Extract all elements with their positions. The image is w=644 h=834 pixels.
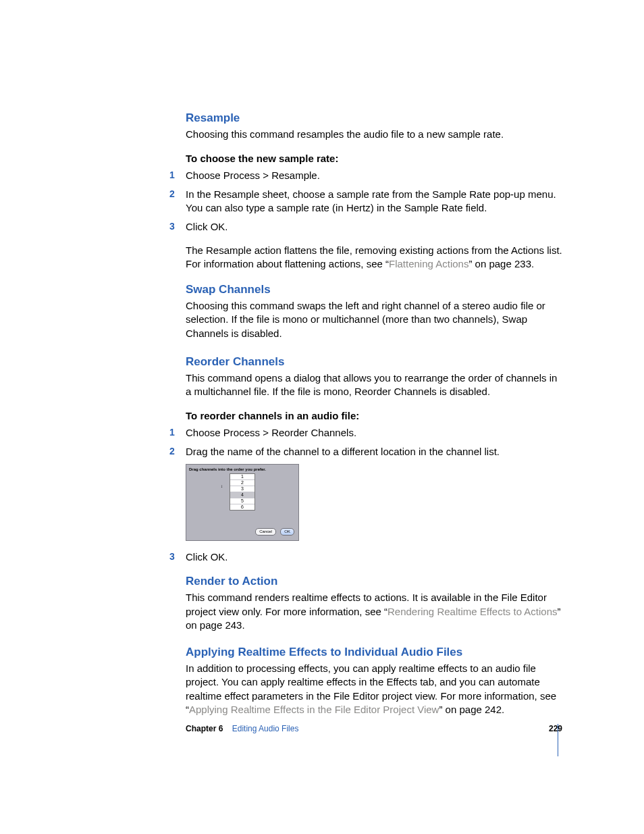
footer-left: Chapter 6 Editing Audio Files (186, 724, 298, 733)
channel-row-3[interactable]: 3 (230, 486, 254, 492)
heading-resample: Resample (186, 111, 564, 125)
channel-row-2[interactable]: 2 (230, 480, 254, 486)
link-rendering-realtime-effects[interactable]: Rendering Realtime Effects to Actions (387, 606, 558, 617)
channel-row-5[interactable]: 5 (230, 498, 254, 504)
reorder-step-3-text: Click OK. (186, 550, 564, 564)
heading-render-to-action: Render to Action (186, 575, 564, 588)
heading-swap-channels: Swap Channels (186, 283, 564, 296)
drag-cursor-icon: ↕ (221, 484, 223, 488)
link-flattening-actions[interactable]: Flattening Actions (389, 258, 468, 269)
resample-intro: Choosing this command resamples the audi… (186, 128, 564, 141)
reorder-dialog: Drag channels into the order you prefer.… (186, 464, 299, 541)
channel-row-1[interactable]: 1 (230, 474, 254, 480)
heading-reorder-channels: Reorder Channels (186, 355, 564, 369)
footer-chapter-title: Editing Audio Files (232, 724, 299, 733)
applying-body-suffix: ” on page 242. (439, 704, 504, 715)
link-applying-realtime-effects[interactable]: Applying Realtime Effects in the File Ed… (189, 704, 439, 715)
resample-note-suffix: ” on page 233. (468, 258, 534, 269)
resample-note: The Resample action flattens the file, r… (186, 244, 564, 271)
resample-step-1-text: Choose Process > Resample. (186, 169, 564, 182)
applying-body: In addition to processing effects, you c… (186, 662, 564, 716)
channel-row-6[interactable]: 6 (230, 504, 254, 510)
footer-chapter-label: Chapter 6 (186, 724, 223, 733)
render-body: This command renders realtime effects to… (186, 591, 564, 632)
swap-body: Choosing this command swaps the left and… (186, 299, 564, 340)
reorder-step-1-text: Choose Process > Reorder Channels. (186, 426, 564, 440)
resample-step-3-text: Click OK. (186, 220, 564, 234)
reorder-step-1: Choose Process > Reorder Channels. (176, 426, 564, 440)
resample-step-2-text: In the Resample sheet, choose a sample r… (186, 188, 564, 215)
reorder-task-heading: To reorder channels in an audio file: (186, 409, 564, 423)
footer-vertical-rule (558, 724, 558, 756)
reorder-body: This command opens a dialog that allows … (186, 371, 564, 399)
resample-step-3: Click OK. (176, 220, 564, 234)
reorder-steps-a: Choose Process > Reorder Channels. Drag … (186, 426, 564, 459)
resample-steps: Choose Process > Resample. In the Resamp… (186, 169, 564, 234)
reorder-dialog-channel-list[interactable]: ↕ 1 2 3 4 5 6 (230, 473, 255, 511)
page-footer: Chapter 6 Editing Audio Files 229 (186, 724, 564, 733)
heading-applying-realtime-effects: Applying Realtime Effects to Individual … (186, 646, 564, 659)
reorder-step-3: Click OK. (176, 550, 564, 564)
reorder-dialog-footer: Cancel OK (254, 525, 294, 538)
reorder-steps-b: Click OK. (186, 550, 564, 564)
channel-row-4[interactable]: 4 (230, 492, 254, 498)
footer-page-number: 229 (549, 724, 564, 733)
reorder-dialog-title: Drag channels into the order you prefer. (189, 467, 296, 471)
reorder-step-2: Drag the name of the channel to a differ… (176, 445, 564, 459)
resample-step-2: In the Resample sheet, choose a sample r… (176, 188, 564, 215)
resample-task-heading: To choose the new sample rate: (186, 152, 564, 165)
dialog-ok-button[interactable]: OK (280, 528, 294, 536)
resample-step-1: Choose Process > Resample. (176, 169, 564, 182)
dialog-cancel-button[interactable]: Cancel (255, 528, 276, 536)
reorder-step-2-text: Drag the name of the channel to a differ… (186, 445, 564, 459)
page-content: Resample Choosing this command resamples… (186, 111, 564, 727)
